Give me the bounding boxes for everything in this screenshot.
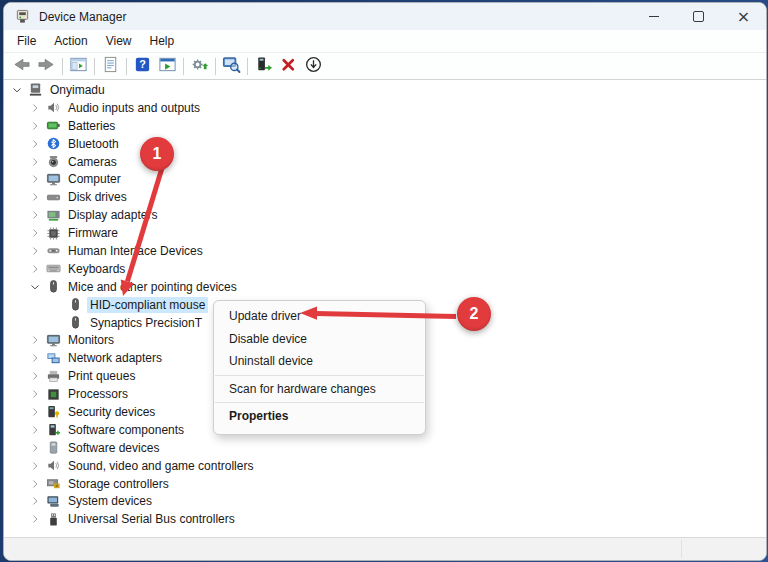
scan-hardware-changes-icon: [222, 55, 241, 77]
context-menu-item-update-driver[interactable]: Update driver: [214, 305, 425, 328]
update-driver-icon: [254, 55, 273, 77]
chevron-right-icon[interactable]: [28, 226, 42, 240]
minimize-icon: [649, 16, 659, 17]
tree-item-audio-inputs-and-outputs[interactable]: Audio inputs and outputs: [4, 99, 766, 117]
chevron-right-icon[interactable]: [28, 351, 42, 365]
tree-item-universal-serial-bus-controllers[interactable]: Universal Serial Bus controllers: [4, 510, 766, 528]
properties-button[interactable]: [98, 55, 123, 77]
tree-item-label: Synaptics PrecisionT: [87, 315, 205, 331]
monitor-icon: [45, 333, 61, 348]
tree-item-label: Cameras: [65, 154, 120, 170]
tree-item-disk-drives[interactable]: Disk drives: [4, 188, 766, 206]
disk-icon: [45, 190, 61, 205]
chevron-right-icon[interactable]: [28, 190, 42, 204]
maximize-icon: [693, 11, 704, 22]
step-1-badge: 1: [140, 137, 174, 171]
toolbar-separator: [126, 58, 127, 75]
close-button[interactable]: ×: [721, 3, 766, 30]
chevron-right-icon[interactable]: [28, 441, 42, 455]
chevron-right-icon[interactable]: [28, 208, 42, 222]
back-icon: [12, 55, 31, 77]
back-button[interactable]: [9, 55, 34, 77]
tree-item-firmware[interactable]: Firmware: [4, 224, 766, 242]
chevron-right-icon[interactable]: [28, 137, 42, 151]
menu-bar: FileActionViewHelp: [4, 30, 766, 53]
tree-item-bluetooth[interactable]: Bluetooth: [4, 135, 766, 153]
disable-device-icon: [304, 55, 323, 77]
tree-item-cameras[interactable]: Cameras: [4, 153, 766, 171]
context-menu-item-disable-device[interactable]: Disable device: [214, 328, 425, 351]
chevron-right-icon[interactable]: [28, 155, 42, 169]
gpu-icon: [45, 208, 61, 223]
show-console-tree-button[interactable]: [66, 55, 91, 77]
close-icon: ×: [737, 9, 750, 25]
context-menu-item-properties[interactable]: Properties: [214, 405, 425, 428]
chevron-right-icon[interactable]: [28, 494, 42, 508]
chevron-right-icon[interactable]: [28, 477, 42, 491]
tree-item-display-adapters[interactable]: Display adapters: [4, 206, 766, 224]
help-button[interactable]: ?: [130, 55, 155, 77]
export-list-button[interactable]: [155, 55, 180, 77]
tree-item-human-interface-devices[interactable]: Human Interface Devices: [4, 242, 766, 260]
chevron-right-icon[interactable]: [28, 119, 42, 133]
maximize-button[interactable]: [676, 3, 721, 30]
chevron-right-icon[interactable]: [28, 369, 42, 383]
chevron-right-icon[interactable]: [28, 459, 42, 473]
tree-item-label: System devices: [65, 493, 155, 509]
chevron-right-icon[interactable]: [28, 387, 42, 401]
title-bar[interactable]: Device Manager ×: [4, 3, 766, 30]
minimize-button[interactable]: [631, 3, 676, 30]
tree-item-computer[interactable]: Computer: [4, 170, 766, 188]
expander-placeholder: [50, 298, 64, 312]
chevron-right-icon[interactable]: [28, 423, 42, 437]
cpu-icon: [45, 387, 61, 402]
chevron-right-icon[interactable]: [28, 101, 42, 115]
tree-item-label: Universal Serial Bus controllers: [65, 511, 238, 527]
add-drivers-button[interactable]: [187, 55, 212, 77]
context-menu-item-uninstall-device[interactable]: Uninstall device: [214, 350, 425, 373]
pc-icon: [27, 82, 43, 97]
tree-item-storage-controllers[interactable]: Storage controllers: [4, 475, 766, 493]
uninstall-device-button[interactable]: [276, 55, 301, 77]
update-driver-button[interactable]: [251, 55, 276, 77]
menu-action[interactable]: Action: [45, 34, 96, 48]
properties-icon: [101, 55, 120, 77]
monitor-icon: [45, 172, 61, 187]
tree-item-label: Bluetooth: [65, 136, 122, 152]
tree-item-label: Firmware: [65, 225, 121, 241]
desktop-background: Device Manager × FileActionViewHelp ? On…: [0, 0, 768, 562]
menu-view[interactable]: View: [97, 34, 141, 48]
tree-item-batteries[interactable]: Batteries: [4, 117, 766, 135]
tree-item-software-devices[interactable]: Software devices: [4, 439, 766, 457]
tree-item-mice-and-other-pointing-devices[interactable]: Mice and other pointing devices: [4, 278, 766, 296]
battery-icon: [45, 118, 61, 133]
usb-icon: [45, 512, 61, 527]
scan-hardware-changes-button[interactable]: [219, 55, 244, 77]
chevron-right-icon[interactable]: [28, 262, 42, 276]
context-menu-separator: [215, 375, 424, 376]
tree-item-keyboards[interactable]: Keyboards: [4, 260, 766, 278]
tree-item-system-devices[interactable]: System devices: [4, 492, 766, 510]
chevron-down-icon[interactable]: [28, 280, 42, 294]
tree-item-label: Sound, video and game controllers: [65, 458, 256, 474]
tree-item-label: Security devices: [65, 404, 158, 420]
chevron-right-icon[interactable]: [28, 512, 42, 526]
menu-help[interactable]: Help: [141, 34, 184, 48]
chevron-right-icon[interactable]: [28, 405, 42, 419]
chevron-right-icon[interactable]: [28, 333, 42, 347]
help-icon: ?: [133, 55, 152, 77]
tree-item-onyimadu[interactable]: Onyimadu: [4, 81, 766, 99]
forward-button[interactable]: [34, 55, 59, 77]
chevron-right-icon[interactable]: [28, 172, 42, 186]
disable-device-button[interactable]: [301, 55, 326, 77]
context-menu-item-scan-for-hardware-changes[interactable]: Scan for hardware changes: [214, 378, 425, 401]
mouse-icon: [67, 297, 83, 312]
chevron-right-icon[interactable]: [28, 244, 42, 258]
tree-item-label: Computer: [65, 171, 124, 187]
tree-item-sound-video-and-game-controllers[interactable]: Sound, video and game controllers: [4, 457, 766, 475]
chevron-down-icon[interactable]: [10, 83, 24, 97]
toolbar-separator: [247, 58, 248, 75]
menu-file[interactable]: File: [8, 34, 45, 48]
mouse-icon: [45, 279, 61, 294]
tool-bar: ?: [4, 53, 766, 80]
